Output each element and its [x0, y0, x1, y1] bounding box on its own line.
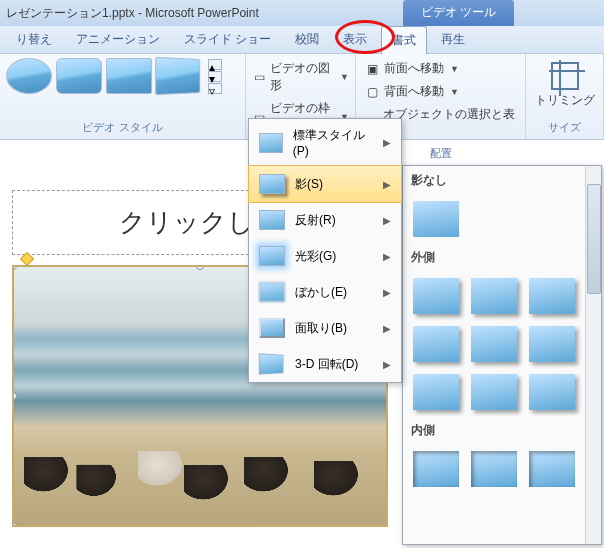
horse-silhouette	[244, 457, 292, 495]
horse-silhouette	[314, 461, 362, 499]
shadow-option-outer[interactable]	[529, 278, 575, 314]
menu-item-soft-edges[interactable]: ぼかし(E) ▶	[249, 274, 401, 310]
shadow-option-inner[interactable]	[471, 451, 517, 487]
send-backward-button[interactable]: ▢ 背面へ移動▼	[360, 81, 521, 102]
menu-item-label: 反射(R)	[295, 212, 336, 229]
style-thumb-rounded[interactable]	[56, 58, 102, 94]
tab-slideshow[interactable]: スライド ショー	[174, 26, 281, 53]
shadow-option-inner[interactable]	[413, 451, 459, 487]
shadow-option-inner[interactable]	[529, 451, 575, 487]
style-thumb-rect[interactable]	[106, 58, 152, 94]
gallery-scroll-down[interactable]: ▾	[208, 71, 222, 82]
shadow-option-outer[interactable]	[413, 326, 459, 362]
menu-item-label: 標準スタイル(P)	[293, 127, 373, 158]
tab-animations[interactable]: アニメーション	[66, 26, 170, 53]
menu-item-3d-rotation[interactable]: 3-D 回転(D) ▶	[249, 346, 401, 382]
menu-item-label: 影(S)	[295, 176, 323, 193]
tab-review[interactable]: 校閲	[285, 26, 329, 53]
shadow-option-outer[interactable]	[529, 374, 575, 410]
submenu-arrow-icon: ▶	[383, 137, 391, 148]
submenu-arrow-icon: ▶	[383, 323, 391, 334]
ribbon-group-video-styles: ▴ ▾ ▿ ビデオ スタイル	[0, 54, 246, 139]
video-shape-button[interactable]: ▭ ビデオの図形▼	[248, 58, 353, 96]
horse-silhouette	[138, 451, 186, 489]
tab-view[interactable]: 表示	[333, 26, 377, 53]
video-shape-label: ビデオの図形	[270, 60, 334, 94]
submenu-arrow-icon: ▶	[383, 215, 391, 226]
reflection-icon	[259, 210, 285, 230]
ribbon-group-size: トリミング サイズ	[526, 54, 604, 139]
menu-item-preset[interactable]: 標準スタイル(P) ▶	[249, 119, 401, 166]
scrollbar-thumb[interactable]	[587, 184, 601, 294]
menu-item-label: 面取り(B)	[295, 320, 347, 337]
glow-icon	[259, 246, 285, 266]
bring-forward-icon: ▣	[364, 61, 380, 77]
bring-forward-button[interactable]: ▣ 前面へ移動▼	[360, 58, 521, 79]
horse-silhouette	[76, 465, 119, 499]
group-label-styles: ビデオ スタイル	[6, 118, 239, 135]
resize-handle[interactable]	[12, 522, 17, 527]
shadow-option-outer[interactable]	[471, 278, 517, 314]
menu-item-bevel[interactable]: 面取り(B) ▶	[249, 310, 401, 346]
shadow-outer-label: 外側	[403, 243, 601, 272]
shadow-option-outer[interactable]	[471, 326, 517, 362]
horse-silhouette	[24, 457, 72, 495]
gallery-scroll-up[interactable]: ▴	[208, 59, 222, 70]
shadow-option-outer[interactable]	[471, 374, 517, 410]
submenu-arrow-icon: ▶	[383, 359, 391, 370]
shadow-option-outer[interactable]	[413, 374, 459, 410]
style-thumb-oval[interactable]	[6, 58, 52, 94]
video-styles-gallery[interactable]: ▴ ▾ ▿	[6, 58, 239, 94]
submenu-arrow-icon: ▶	[383, 251, 391, 262]
send-backward-icon: ▢	[364, 84, 380, 100]
soft-edges-icon	[259, 282, 285, 302]
submenu-arrow-icon: ▶	[383, 179, 391, 190]
tab-bar: り替え アニメーション スライド ショー 校閲 表示 書式 再生	[0, 26, 604, 54]
menu-item-label: 3-D 回転(D)	[295, 356, 358, 373]
menu-item-label: ぼかし(E)	[295, 284, 347, 301]
style-thumb-perspective[interactable]	[155, 57, 200, 95]
tab-format[interactable]: 書式	[381, 26, 427, 54]
panel-scrollbar[interactable]	[585, 166, 601, 544]
preset-icon	[259, 133, 283, 153]
shadow-inner-label: 内側	[403, 416, 601, 445]
shadow-icon	[259, 174, 285, 194]
tab-transitions[interactable]: り替え	[6, 26, 62, 53]
shadow-option-outer[interactable]	[529, 326, 575, 362]
crop-icon	[551, 62, 579, 90]
shadow-option-outer[interactable]	[413, 278, 459, 314]
crop-label[interactable]: トリミング	[535, 92, 595, 109]
menu-item-label: 光彩(G)	[295, 248, 336, 265]
group-label-size: サイズ	[548, 118, 581, 135]
selection-pane-label: オブジェクトの選択と表示	[383, 106, 517, 140]
window-title: レゼンテーション1.pptx - Microsoft PowerPoint	[0, 5, 259, 22]
bring-forward-label: 前面へ移動	[384, 60, 444, 77]
gallery-expand[interactable]: ▿	[208, 83, 222, 94]
rotation-3d-icon	[259, 353, 284, 374]
shape-icon: ▭	[252, 69, 266, 85]
menu-item-reflection[interactable]: 反射(R) ▶	[249, 202, 401, 238]
bevel-icon	[259, 318, 285, 338]
menu-item-shadow[interactable]: 影(S) ▶	[248, 165, 402, 203]
shadow-none-label: 影なし	[403, 166, 601, 195]
send-backward-label: 背面へ移動	[384, 83, 444, 100]
video-effects-menu: 標準スタイル(P) ▶ 影(S) ▶ 反射(R) ▶ 光彩(G) ▶ ぼかし(E…	[248, 118, 402, 383]
menu-item-glow[interactable]: 光彩(G) ▶	[249, 238, 401, 274]
title-bar: レゼンテーション1.pptx - Microsoft PowerPoint ビデ…	[0, 0, 604, 26]
contextual-tab-video-tools[interactable]: ビデオ ツール	[403, 0, 514, 26]
shadow-option-none[interactable]	[413, 201, 459, 237]
shadow-gallery-panel: 影なし 外側 内側	[402, 165, 602, 545]
tab-playback[interactable]: 再生	[431, 26, 475, 53]
horse-silhouette	[184, 465, 232, 503]
submenu-arrow-icon: ▶	[383, 287, 391, 298]
